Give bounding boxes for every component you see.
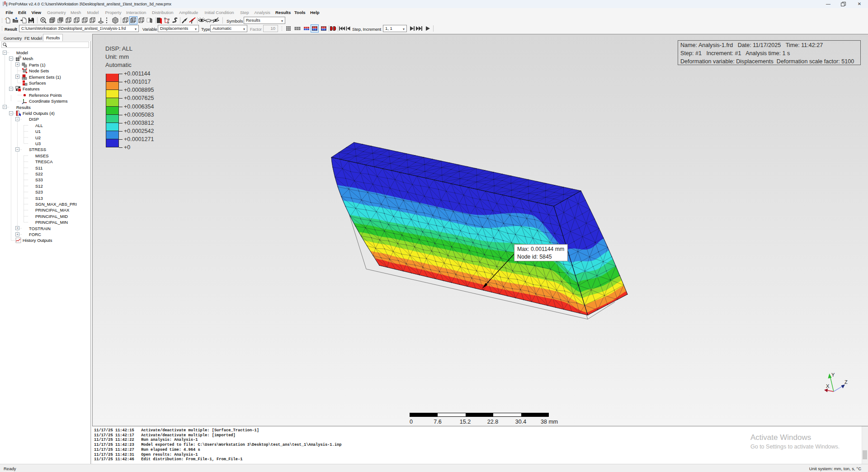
svg-text:Y: Y	[831, 372, 835, 378]
svg-text:Z: Z	[844, 379, 848, 385]
svg-text:X: X	[826, 383, 830, 389]
